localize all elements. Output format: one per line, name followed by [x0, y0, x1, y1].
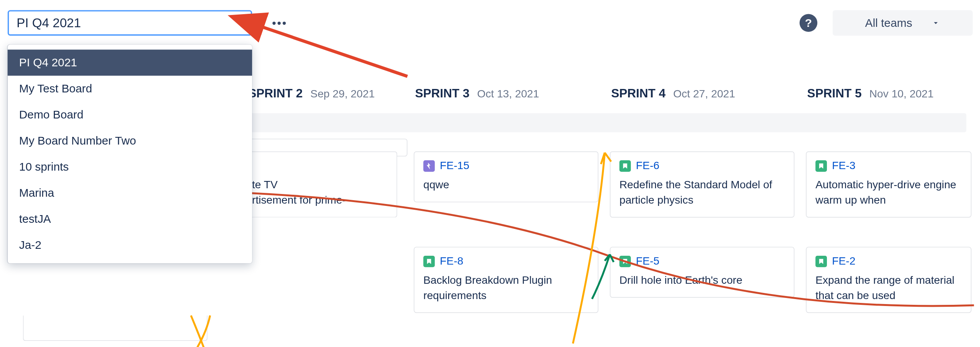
dropdown-item[interactable]: Ja-2	[8, 232, 252, 258]
issue-title: Drill hole into Earth's core	[619, 273, 785, 288]
issue-title: Redefine the Standard Model of particle …	[619, 178, 785, 208]
story-icon	[619, 160, 631, 172]
story-icon	[815, 160, 827, 172]
dropdown-item[interactable]: PI Q4 2021	[8, 49, 252, 76]
dropdown-item[interactable]: testJA	[8, 206, 252, 232]
dropdown-item[interactable]: My Test Board	[8, 76, 252, 102]
issue-card[interactable]: FE-8 Backlog Breakdown Plugin requiremen…	[414, 247, 598, 313]
issue-key: FE-2	[832, 255, 855, 268]
story-icon	[619, 256, 631, 267]
dropdown-item[interactable]: 10 sprints	[8, 154, 252, 180]
issue-key: FE-8	[440, 255, 463, 268]
issue-card[interactable]: FE-5 Drill hole into Earth's core	[610, 247, 794, 298]
dropdown-item[interactable]: Marina	[8, 180, 252, 206]
issue-key: FE-5	[636, 255, 659, 268]
dropdown-item[interactable]: My Board Number Two	[8, 128, 252, 154]
story-icon	[423, 256, 435, 267]
issue-title: qqwe	[423, 178, 589, 192]
issue-card[interactable]: FE-15 qqwe	[414, 151, 598, 202]
issue-card[interactable]: FE-6 Redefine the Standard Model of part…	[610, 151, 794, 217]
issue-title: Expand the range of material that can be…	[815, 273, 962, 303]
issue-key: FE-15	[440, 160, 469, 172]
issue-title: Automatic hyper-drive engine warm up whe…	[815, 178, 962, 208]
issue-card-partial[interactable]	[23, 316, 208, 341]
issue-card[interactable]: FE-3 Automatic hyper-drive engine warm u…	[806, 151, 971, 217]
issue-key: FE-6	[636, 160, 659, 172]
issue-title: minute TV advertisement for prime-	[229, 178, 388, 208]
issue-card[interactable]: FE-2 Expand the range of material that c…	[806, 247, 971, 313]
issue-key: FE-3	[832, 160, 855, 172]
dropdown-item[interactable]: Demo Board	[8, 102, 252, 128]
board-select-options: PI Q4 2021 My Test Board Demo Board My B…	[8, 44, 252, 263]
issue-title: Backlog Breakdown Plugin requirements	[423, 273, 589, 303]
epic-icon	[423, 160, 435, 172]
story-icon	[815, 256, 827, 267]
